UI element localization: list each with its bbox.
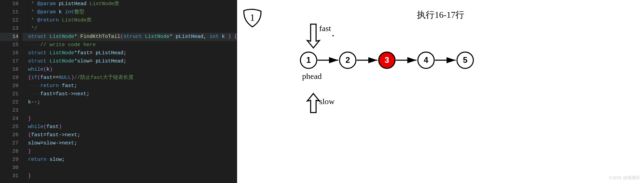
code-token: * [169,34,173,40]
code-token: ; [123,58,126,64]
code-token: @param [37,1,56,7]
code-line[interactable]: ····// write code here [28,41,237,49]
code-line[interactable]: while(k) [28,66,237,74]
code-token: } [28,116,31,122]
code-token: · [46,34,50,40]
code-token: · [142,34,145,40]
code-token: ; [62,157,65,163]
code-area[interactable]: * @param pListHead ListNode类 * @param k … [23,0,237,183]
code-token: · [219,34,222,40]
code-token: * [74,58,77,64]
code-token: 整型 [74,9,84,15]
code-line[interactable]: ····fast=fast->next; [28,90,237,98]
diagram-svg: 112345 [237,0,644,183]
list-node-value: 5 [463,55,467,65]
list-node-value: 1 [306,55,311,65]
code-token: k [28,99,31,105]
code-token: pListHead [96,50,123,56]
code-token: ListNode [145,34,169,40]
code-token: , [203,34,206,40]
code-token: if [31,75,37,81]
code-line[interactable]: k--; [28,98,237,107]
line-number: 11 [0,8,18,16]
code-token: = [53,91,56,97]
code-line[interactable]: } [28,172,237,180]
code-token: int [65,9,74,15]
code-token: k [222,34,225,40]
code-token: next [62,140,74,146]
code-line[interactable]: struct·ListNode*slow=·pListHead; [28,57,237,66]
code-line[interactable]: struct·ListNode*·FindKthToTail(struct·Li… [23,33,237,41]
code-token: fast [77,50,90,56]
code-line[interactable]: * @param k int整型 [28,8,237,16]
code-line[interactable]: {fast=fast->next; [28,131,237,139]
code-line[interactable] [28,107,237,115]
line-number: 23 [0,107,18,115]
code-token: fast [62,83,74,89]
code-token: -> [59,132,65,138]
code-token: = [43,132,46,138]
code-token: ; [77,132,80,138]
code-token: * [28,17,37,23]
code-token: { [28,75,31,81]
code-token: == [53,75,59,81]
code-line[interactable]: slow=slow->next; [28,139,237,147]
code-token: pListHead [96,58,123,64]
code-line[interactable]: } [28,115,237,123]
code-line[interactable]: * @return ListNode类 [28,16,237,25]
line-number: 13 [0,25,18,33]
code-token: next [74,91,86,97]
stray-dot-icon [332,35,334,37]
code-token: while [28,124,43,130]
code-line[interactable]: */ [28,25,237,33]
line-number: 15 [0,41,18,49]
code-token: return [28,157,46,163]
code-token: { [28,132,31,138]
code-token: // write code here [40,42,96,48]
list-node-value: 2 [346,55,350,65]
code-editor[interactable]: 1011121314151617181920212223242526272829… [0,0,237,183]
code-line[interactable]: {if(fast==NULL)//防止fast大于链表长度 [28,74,237,82]
code-token: pListHead [176,34,203,40]
code-token: slow [43,140,56,146]
code-line[interactable]: } [28,147,237,156]
code-line[interactable]: while(fast) [28,123,237,131]
code-token: ListNode类 [59,17,92,23]
code-line[interactable]: * @param pListHead ListNode类 [28,0,237,8]
line-number: 12 [0,16,18,25]
code-token: } [28,149,31,154]
code-token: slow [50,157,62,163]
code-token: ; [86,91,90,97]
code-token: · [173,34,176,40]
code-token: · [46,50,50,56]
code-token: struct [28,34,46,40]
code-line[interactable]: struct·ListNode*fast=·pListHead; [28,49,237,57]
code-token: struct [123,34,142,40]
line-number: 30 [0,164,18,172]
code-line[interactable]: ····return·fast; [28,82,237,90]
line-number: 24 [0,115,18,123]
code-token: = [40,140,43,146]
line-number: 20 [0,82,18,90]
line-number: 25 [0,123,18,131]
code-line[interactable] [28,164,237,172]
code-token: while [28,67,43,72]
line-number: 22 [0,98,18,107]
code-token: · [93,50,96,56]
list-node-value: 3 [385,55,389,65]
code-token: next [65,132,77,138]
code-token: fast [40,75,53,81]
code-token [62,9,65,15]
code-token: * [28,9,37,15]
code-token: = [90,50,93,56]
line-number: 28 [0,147,18,156]
code-token: slow [28,140,40,146]
code-token: * [74,50,77,56]
watermark: CSDN @嘎嘎旺 [609,175,641,181]
code-token [231,34,234,40]
slow-arrow-icon [307,94,320,113]
code-token: ( [43,124,46,130]
code-token: ( [120,34,123,40]
code-line[interactable]: return·slow; [28,156,237,164]
root: 1011121314151617181920212223242526272829… [0,0,644,183]
